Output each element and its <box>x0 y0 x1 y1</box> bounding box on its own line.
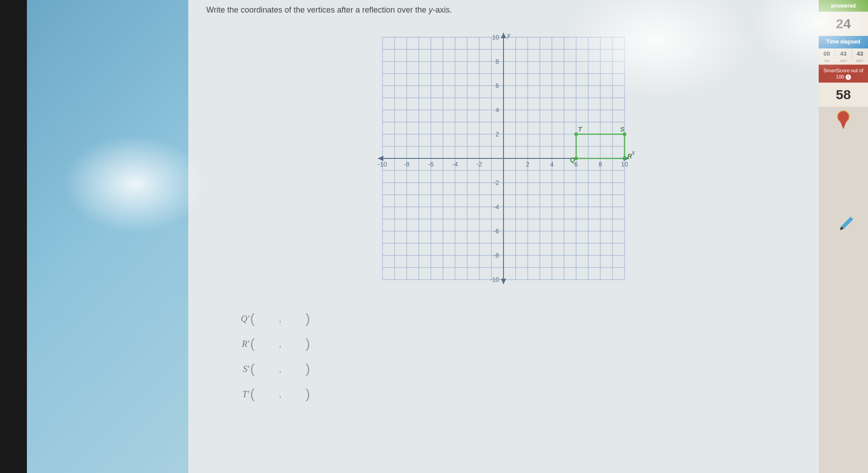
svg-text:-8: -8 <box>494 252 499 259</box>
left-bezel <box>0 0 27 473</box>
time-elapsed-value: 00 43 43 <box>819 48 868 59</box>
svg-point-72 <box>574 132 578 136</box>
answer-row-q: Q' ( , ) <box>238 311 810 326</box>
svg-text:-4: -4 <box>452 161 458 168</box>
answered-label: answered <box>819 0 868 12</box>
svg-marker-45 <box>501 279 506 284</box>
answer-s-y[interactable] <box>283 363 305 375</box>
pencil-icon[interactable] <box>833 212 859 237</box>
svg-text:y: y <box>507 31 511 39</box>
svg-text:2: 2 <box>495 131 499 138</box>
answer-row-t: T' ( , ) <box>238 386 810 402</box>
svg-text:T: T <box>578 125 583 133</box>
answer-row-s: S' ( , ) <box>238 361 810 377</box>
question-prefix: Write the coordinates of the vertices af… <box>206 5 429 14</box>
svg-text:-10: -10 <box>490 276 499 283</box>
svg-text:Q: Q <box>570 156 575 163</box>
answer-r-y[interactable] <box>283 338 305 350</box>
svg-text:10: 10 <box>621 161 628 168</box>
time-sec: 43 <box>852 48 868 59</box>
answer-label: S' <box>238 364 249 374</box>
answer-label: T' <box>238 389 249 399</box>
svg-text:-4: -4 <box>494 203 499 210</box>
time-min: 43 <box>835 48 852 59</box>
left-panel <box>27 0 188 473</box>
svg-text:-8: -8 <box>404 161 410 168</box>
answer-q-y[interactable] <box>283 313 305 324</box>
svg-text:-10: -10 <box>378 161 387 168</box>
answer-t-y[interactable] <box>283 388 305 400</box>
svg-text:4: 4 <box>550 161 554 168</box>
answer-t-x[interactable] <box>256 388 277 400</box>
paren-open: ( <box>249 311 256 326</box>
svg-text:6: 6 <box>495 82 499 89</box>
svg-text:-2: -2 <box>477 161 482 168</box>
svg-text:S: S <box>620 125 625 133</box>
coordinate-graph: -10 -8 -6 -4 -2 2 4 6 8 10 10 8 6 4 2 -2… <box>369 24 638 293</box>
ribbon-icon <box>837 110 850 131</box>
paren-close: ) <box>305 311 311 326</box>
answer-row-r: R' ( , ) <box>238 336 810 351</box>
answer-inputs: Q' ( , ) R' ( , ) S' ( , ) T' ( , <box>238 311 810 402</box>
svg-text:4: 4 <box>495 106 499 114</box>
smartscore-value: 58 <box>819 83 868 107</box>
answer-label: Q' <box>238 314 249 324</box>
svg-text:8: 8 <box>599 161 602 168</box>
svg-text:-6: -6 <box>428 161 434 168</box>
svg-text:8: 8 <box>495 58 499 65</box>
answer-s-x[interactable] <box>256 363 277 375</box>
time-hr: 00 <box>819 48 835 59</box>
svg-text:10: 10 <box>492 34 499 41</box>
main-content: Write the coordinates of the vertices af… <box>188 0 819 473</box>
sidebar: answered 24 Time elapsed 00 43 43 HR MIN… <box>819 0 868 473</box>
svg-point-71 <box>623 132 626 136</box>
time-unit-labels: HR MIN SEC <box>819 59 868 65</box>
answer-q-x[interactable] <box>256 313 277 324</box>
svg-text:R: R <box>627 152 632 160</box>
question-axis: y <box>429 5 433 14</box>
comma: , <box>277 314 283 324</box>
time-elapsed-label: Time elapsed <box>819 36 868 48</box>
smartscore-label: SmartScore out of 100 i <box>819 65 868 83</box>
svg-marker-44 <box>501 33 506 38</box>
info-icon[interactable]: i <box>846 74 851 80</box>
svg-text:-6: -6 <box>494 228 499 235</box>
svg-text:-2: -2 <box>494 179 499 186</box>
svg-text:2: 2 <box>526 161 529 168</box>
answered-count: 24 <box>819 12 868 36</box>
answer-label: R' <box>238 339 249 349</box>
svg-point-70 <box>623 157 626 160</box>
question-suffix: -axis. <box>433 5 452 14</box>
answer-r-x[interactable] <box>256 338 277 350</box>
question-text: Write the coordinates of the vertices af… <box>206 0 810 15</box>
